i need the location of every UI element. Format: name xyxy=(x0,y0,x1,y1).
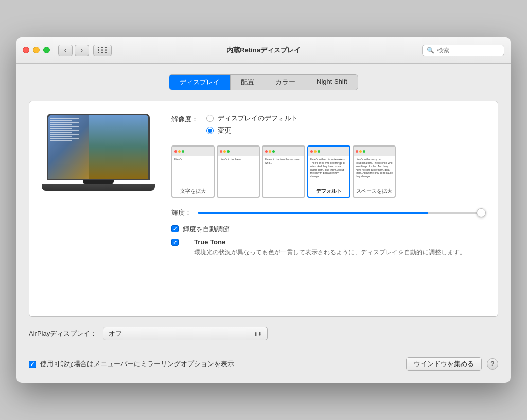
action-buttons: ウインドウを集める ? xyxy=(406,357,498,371)
tab-color[interactable]: カラー xyxy=(265,75,306,90)
auto-brightness-label: 輝度を自動調節 xyxy=(183,225,230,234)
thumb-4-label: デフォルト xyxy=(308,188,349,195)
search-input[interactable] xyxy=(437,47,500,54)
brightness-row: 輝度： xyxy=(171,208,485,217)
window-title: 内蔵Retinaディスプレイ xyxy=(226,46,301,55)
brightness-thumb[interactable] xyxy=(477,208,486,217)
content-area: ディスプレイ 配置 カラー Night Shift xyxy=(16,64,511,383)
airplay-section: AirPlayディスプレイ： オフ ⬆⬇ xyxy=(29,327,498,340)
laptop-body xyxy=(47,114,150,180)
thumb-2[interactable]: Here's to troublem... xyxy=(217,145,260,198)
thumb-dot-green xyxy=(227,150,230,153)
settings-panel: 解像度： ディスプレイのデフォルト 変更 xyxy=(171,114,485,261)
traffic-lights xyxy=(23,47,50,53)
thumb-5-header xyxy=(354,147,395,156)
true-tone-title: True Tone xyxy=(194,238,466,246)
divider xyxy=(29,349,498,349)
thumb-dot-green xyxy=(363,150,365,153)
gather-windows-button[interactable]: ウインドウを集める xyxy=(406,357,482,371)
thumb-1-body: Here's xyxy=(172,156,214,187)
resolution-row: 解像度： ディスプレイのデフォルト 変更 xyxy=(171,114,485,135)
search-icon: 🔍 xyxy=(427,47,434,54)
tab-arrangement[interactable]: 配置 xyxy=(231,75,265,90)
thumb-dot-yellow xyxy=(359,150,362,153)
true-tone-row: True Tone 環境光の状況が異なっても色が一貫して表示されるように、ディス… xyxy=(171,238,485,257)
true-tone-section: True Tone 環境光の状況が異なっても色が一貫して表示されるように、ディス… xyxy=(194,238,466,257)
grid-icon xyxy=(98,47,108,53)
airplay-select[interactable]: オフ ⬆⬇ xyxy=(103,327,268,340)
bottom-bar: 使用可能な場合はメニューバーにミラーリングオプションを表示 ウインドウを集める … xyxy=(29,357,498,371)
tab-display[interactable]: ディスプレイ xyxy=(169,75,231,90)
brightness-label: 輝度： xyxy=(171,208,191,217)
radio-change-button[interactable] xyxy=(206,127,214,134)
radio-change[interactable]: 変更 xyxy=(206,126,298,135)
laptop-image xyxy=(42,114,155,198)
minimize-button[interactable] xyxy=(33,47,40,53)
thumb-dot-red xyxy=(265,150,268,153)
thumb-dot-yellow xyxy=(314,150,317,153)
main-content-panel: 解像度： ディスプレイのデフォルト 変更 xyxy=(29,101,498,317)
display-section: 解像度： ディスプレイのデフォルト 変更 xyxy=(42,114,485,261)
thumb-dot-red xyxy=(174,150,177,153)
true-tone-description: 環境光の状況が異なっても色が一貫して表示されるように、ディスプレイを自動的に調整… xyxy=(194,248,466,257)
true-tone-checkbox[interactable] xyxy=(171,239,179,246)
grid-button[interactable] xyxy=(93,45,112,56)
resolution-label: 解像度： xyxy=(171,114,198,124)
thumb-dot-red xyxy=(310,150,313,153)
radio-default-label: ディスプレイのデフォルト xyxy=(218,114,298,123)
thumb-2-header xyxy=(218,147,259,156)
auto-brightness-checkbox[interactable] xyxy=(171,225,179,232)
mirror-label: 使用可能な場合はメニューバーにミラーリングオプションを表示 xyxy=(40,359,234,369)
thumb-3-header xyxy=(263,147,304,156)
mirror-row: 使用可能な場合はメニューバーにミラーリングオプションを表示 xyxy=(29,359,234,369)
tabs-row: ディスプレイ 配置 カラー Night Shift xyxy=(29,74,498,90)
back-button[interactable]: ‹ xyxy=(58,45,73,56)
maximize-button[interactable] xyxy=(43,47,50,53)
thumb-5-body: Here's to the crazy on troublemakers. Th… xyxy=(354,156,395,187)
thumb-2-body: Here's to troublem... xyxy=(218,156,259,187)
thumb-5[interactable]: Here's to the crazy on troublemakers. Th… xyxy=(353,145,396,198)
radio-default[interactable]: ディスプレイのデフォルト xyxy=(206,114,298,123)
thumb-1[interactable]: Here's 文字を拡大 xyxy=(171,145,215,198)
auto-brightness-row: 輝度を自動調節 xyxy=(171,225,485,234)
laptop-base xyxy=(42,184,155,191)
screen-left xyxy=(48,115,89,179)
thumb-3-body: Here's to the troublemak ones who... xyxy=(263,156,304,187)
thumb-4-header xyxy=(308,147,349,156)
laptop-screen xyxy=(48,115,148,179)
thumb-dot-yellow xyxy=(178,150,181,153)
airplay-label: AirPlayディスプレイ： xyxy=(29,329,97,338)
screen-content xyxy=(48,115,148,179)
laptop-preview xyxy=(42,114,155,261)
thumb-4-body: Here's to the cr troublemakers. The ro o… xyxy=(308,156,349,187)
resolution-options: ディスプレイのデフォルト 変更 xyxy=(206,114,298,135)
mirror-checkbox[interactable] xyxy=(29,361,36,368)
thumb-dot-green xyxy=(272,150,275,153)
nav-buttons: ‹ › xyxy=(58,45,89,56)
tabs-container: ディスプレイ 配置 カラー Night Shift xyxy=(169,74,358,90)
thumb-dot-green xyxy=(318,150,320,153)
tab-nightshift[interactable]: Night Shift xyxy=(306,75,358,90)
thumb-4[interactable]: Here's to the cr troublemakers. The ro o… xyxy=(307,145,350,198)
close-button[interactable] xyxy=(23,47,29,53)
thumb-dot-yellow xyxy=(269,150,271,153)
thumb-3[interactable]: Here's to the troublemak ones who... xyxy=(262,145,305,198)
main-window: ‹ › 内蔵Retinaディスプレイ 🔍 ディスプレイ 配置 カラー Night… xyxy=(16,37,511,383)
radio-default-button[interactable] xyxy=(206,115,214,122)
help-button[interactable]: ? xyxy=(487,358,498,370)
forward-button[interactable]: › xyxy=(75,45,89,56)
screen-right xyxy=(89,115,148,179)
radio-change-label: 変更 xyxy=(218,126,231,135)
thumb-dot-green xyxy=(182,150,184,153)
thumb-1-label: 文字を拡大 xyxy=(172,188,214,195)
resolution-thumbnails: Here's 文字を拡大 Here's to troublem... xyxy=(171,145,485,198)
thumb-1-header xyxy=(172,147,214,156)
thumb-5-label: スペースを拡大 xyxy=(354,188,395,195)
thumb-dot-red xyxy=(356,150,358,153)
airplay-value: オフ xyxy=(109,329,122,338)
titlebar: ‹ › 内蔵Retinaディスプレイ 🔍 xyxy=(16,37,511,64)
thumb-dot-yellow xyxy=(223,150,226,153)
brightness-slider[interactable] xyxy=(198,212,485,214)
search-box[interactable]: 🔍 xyxy=(422,45,504,56)
select-arrow-icon: ⬆⬇ xyxy=(254,331,262,337)
